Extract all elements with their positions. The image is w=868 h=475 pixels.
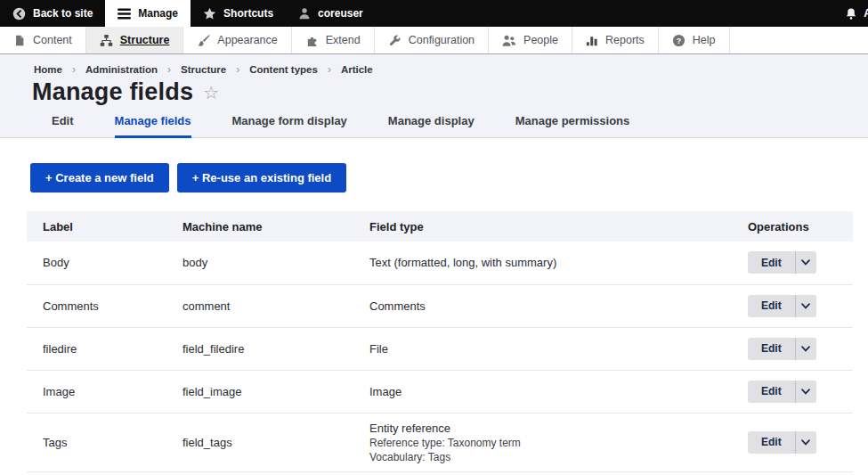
- table-header-row: Label Machine name Field type Operations: [27, 211, 853, 242]
- page-header-band: Home › Administration › Structure › Cont…: [0, 54, 868, 138]
- breadcrumb-home[interactable]: Home: [34, 64, 62, 75]
- tab-manage-display[interactable]: Manage display: [388, 114, 475, 138]
- fields-table: Label Machine name Field type Operations…: [27, 211, 853, 472]
- menu-item-extend-label: Extend: [326, 34, 361, 46]
- field-operations: Edit: [732, 413, 853, 471]
- create-new-field-button[interactable]: + Create a new field: [30, 163, 169, 192]
- breadcrumb-separator: ›: [236, 63, 239, 76]
- puzzle-icon: [305, 34, 319, 47]
- field-type: Comments: [353, 284, 732, 327]
- manage-label: Manage: [138, 7, 178, 20]
- table-row: Tags field_tags Entity reference Referen…: [27, 413, 853, 471]
- svg-text:?: ?: [677, 36, 681, 45]
- menu-item-content[interactable]: Content: [0, 27, 86, 53]
- field-operations: Edit: [732, 327, 853, 370]
- field-label: filedire: [27, 327, 166, 370]
- chevron-down-icon: [802, 440, 809, 444]
- field-label: Tags: [27, 413, 166, 471]
- operations-dropdown-toggle[interactable]: [795, 251, 816, 274]
- menu-item-extend[interactable]: Extend: [292, 27, 375, 53]
- field-machine-name: body: [166, 242, 353, 284]
- admin-menu-bar: Content Structure Appearance Extend Conf…: [0, 27, 868, 54]
- breadcrumb-separator: ›: [72, 63, 76, 76]
- shortcuts-label: Shortcuts: [223, 7, 273, 20]
- tab-edit[interactable]: Edit: [52, 114, 74, 138]
- people-icon: [502, 34, 516, 47]
- menu-item-appearance[interactable]: Appearance: [183, 27, 291, 53]
- column-header-field-type: Field type: [353, 211, 732, 242]
- menu-item-appearance-label: Appearance: [217, 34, 277, 46]
- menu-item-structure[interactable]: Structure: [86, 27, 184, 53]
- field-type-detail: Vocabulary: Tags: [369, 450, 732, 464]
- shortcuts-button[interactable]: Shortcuts: [191, 0, 286, 27]
- edit-button[interactable]: Edit: [748, 381, 795, 403]
- menu-item-help[interactable]: ? Help: [659, 27, 730, 53]
- chevron-down-icon: [802, 260, 809, 264]
- menu-item-reports[interactable]: Reports: [572, 27, 659, 53]
- operations-dropdown-toggle[interactable]: [795, 431, 816, 454]
- menu-item-content-label: Content: [33, 34, 72, 46]
- primary-tabs: Edit Manage fields Manage form display M…: [52, 114, 629, 138]
- help-circle-icon: ?: [672, 34, 685, 47]
- announcements-button[interactable]: Anno: [845, 0, 868, 27]
- chevron-down-icon: [802, 304, 809, 307]
- edit-button[interactable]: Edit: [748, 295, 795, 317]
- field-type: Entity reference Reference type: Taxonom…: [353, 413, 732, 471]
- operations-dropdown-toggle[interactable]: [795, 295, 816, 317]
- field-operations: Edit: [732, 242, 853, 284]
- operations-dropdown-toggle[interactable]: [795, 338, 816, 360]
- field-label: Image: [27, 370, 166, 413]
- field-operations: Edit: [732, 370, 853, 413]
- menu-item-help-label: Help: [693, 34, 716, 46]
- favorite-star-icon[interactable]: ☆: [203, 84, 219, 102]
- admin-toolbar: Back to site Manage Shortcuts coreuser A…: [0, 0, 868, 27]
- menu-item-reports-label: Reports: [605, 34, 645, 46]
- table-row: Body body Text (formatted, long, with su…: [27, 242, 853, 284]
- field-type: File: [353, 327, 732, 370]
- operations-dropdown-toggle[interactable]: [795, 381, 816, 403]
- field-actions: + Create a new field + Re-use an existin…: [30, 163, 868, 192]
- edit-button[interactable]: Edit: [748, 431, 795, 454]
- menu-item-structure-label: Structure: [120, 34, 170, 46]
- table-row: filedire field_filedire File Edit: [27, 327, 853, 370]
- breadcrumb-separator: ›: [328, 63, 331, 76]
- table-row: Image field_image Image Edit: [27, 370, 853, 413]
- back-to-site-label: Back to site: [33, 7, 93, 20]
- menu-item-people-label: People: [523, 34, 558, 46]
- field-type: Image: [353, 370, 732, 413]
- user-menu-button[interactable]: coreuser: [286, 0, 376, 27]
- chevron-down-icon: [802, 347, 809, 350]
- breadcrumb: Home › Administration › Structure › Cont…: [0, 54, 868, 76]
- breadcrumb-administration[interactable]: Administration: [85, 64, 158, 75]
- breadcrumb-article[interactable]: Article: [341, 64, 373, 75]
- table-row: Comments comment Comments Edit: [27, 284, 853, 327]
- field-label: Comments: [27, 284, 166, 327]
- field-machine-name: field_tags: [166, 413, 353, 471]
- tab-manage-permissions[interactable]: Manage permissions: [515, 114, 630, 138]
- breadcrumb-structure[interactable]: Structure: [181, 64, 226, 75]
- wrench-icon: [388, 34, 402, 47]
- page-title: Manage fields: [32, 78, 193, 106]
- user-icon: [298, 7, 311, 20]
- reuse-existing-field-button[interactable]: + Re-use an existing field: [177, 163, 346, 192]
- tab-manage-fields[interactable]: Manage fields: [115, 114, 191, 138]
- menu-item-configuration[interactable]: Configuration: [375, 27, 489, 53]
- field-machine-name: field_image: [166, 370, 353, 413]
- edit-button[interactable]: Edit: [748, 338, 795, 360]
- column-header-label: Label: [27, 211, 166, 242]
- field-type-main: Entity reference: [369, 421, 732, 436]
- manage-menu-button[interactable]: Manage: [105, 0, 191, 27]
- document-icon: [13, 34, 26, 47]
- menu-item-configuration-label: Configuration: [409, 34, 475, 46]
- sitemap-icon: [100, 34, 113, 47]
- menu-item-people[interactable]: People: [489, 27, 572, 53]
- user-name-label: coreuser: [318, 7, 363, 20]
- field-type-detail: Reference type: Taxonomy term: [369, 436, 732, 450]
- hamburger-icon: [118, 8, 131, 20]
- edit-button[interactable]: Edit: [748, 251, 795, 274]
- breadcrumb-separator: ›: [167, 63, 171, 76]
- tab-manage-form-display[interactable]: Manage form display: [232, 114, 347, 138]
- chevron-down-icon: [802, 389, 809, 393]
- back-to-site-button[interactable]: Back to site: [0, 0, 105, 27]
- breadcrumb-content-types[interactable]: Content types: [249, 64, 318, 75]
